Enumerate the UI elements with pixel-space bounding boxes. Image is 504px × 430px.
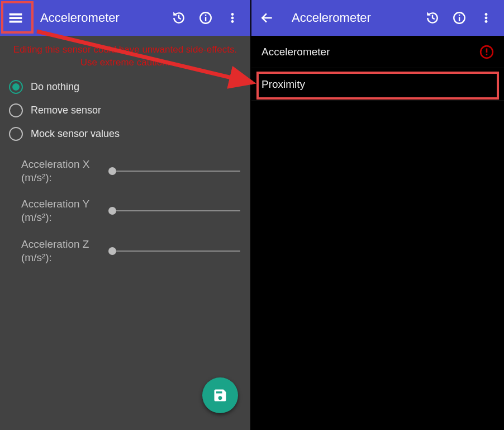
svg-rect-2 <box>9 21 22 22</box>
radio-group: Do nothing Remove sensor Mock sensor val… <box>0 74 250 147</box>
svg-rect-17 <box>486 54 488 55</box>
screen-sensor-list: Accelerometer Accelerometer <box>251 0 504 430</box>
svg-point-6 <box>231 13 234 16</box>
slider-label: Acceleration X (m/s²): <box>21 158 105 185</box>
radio-remove-sensor[interactable]: Remove sensor <box>4 100 246 122</box>
slider-thumb[interactable] <box>108 247 116 255</box>
svg-rect-0 <box>9 13 22 15</box>
list-item-proximity[interactable]: Proximity <box>251 68 504 101</box>
sensor-list: Accelerometer Proximity <box>251 36 504 101</box>
svg-rect-10 <box>459 17 460 21</box>
radio-indicator <box>9 103 23 117</box>
warning-line-1: Editing this sensor could have unwanted … <box>13 44 237 55</box>
info-icon <box>198 11 213 25</box>
alert-icon <box>479 45 494 59</box>
svg-rect-1 <box>9 17 22 19</box>
radio-indicator <box>9 80 23 94</box>
save-icon <box>212 388 228 403</box>
slider-accel-z[interactable]: Acceleration Z (m/s²): <box>21 238 244 264</box>
svg-point-7 <box>231 17 234 19</box>
radio-do-nothing[interactable]: Do nothing <box>4 76 246 98</box>
svg-rect-5 <box>205 15 206 16</box>
svg-point-13 <box>485 17 487 19</box>
slider-track[interactable] <box>112 251 240 252</box>
list-item-accelerometer[interactable]: Accelerometer <box>251 36 504 68</box>
slider-track[interactable] <box>112 171 240 172</box>
info-button[interactable] <box>446 4 473 31</box>
save-fab[interactable] <box>202 377 238 413</box>
svg-point-8 <box>231 20 234 22</box>
slider-label: Acceleration Z (m/s²): <box>21 238 105 264</box>
overflow-button[interactable] <box>473 4 500 31</box>
history-button[interactable] <box>165 4 192 31</box>
svg-point-14 <box>485 20 487 22</box>
slider-group: Acceleration X (m/s²): Acceleration Y (m… <box>0 147 250 278</box>
slider-accel-x[interactable]: Acceleration X (m/s²): <box>21 158 244 185</box>
slider-track[interactable] <box>112 210 240 211</box>
radio-label: Mock sensor values <box>31 128 120 140</box>
overflow-icon <box>226 11 239 25</box>
radio-label: Remove sensor <box>31 105 101 116</box>
svg-rect-4 <box>205 17 206 21</box>
warning-text: Editing this sensor could have unwanted … <box>0 36 250 74</box>
appbar-title-left: Accelerometer <box>40 11 165 25</box>
appbar-left: Accelerometer <box>0 0 250 36</box>
radio-mock-values[interactable]: Mock sensor values <box>4 123 246 145</box>
menu-button[interactable] <box>2 4 29 31</box>
appbar-right: Accelerometer <box>251 0 504 36</box>
slider-thumb[interactable] <box>108 167 116 175</box>
svg-rect-11 <box>459 15 460 16</box>
list-item-label: Accelerometer <box>261 46 330 58</box>
radio-label: Do nothing <box>31 81 79 93</box>
back-button[interactable] <box>254 4 280 31</box>
overflow-button[interactable] <box>219 4 246 31</box>
info-icon <box>452 11 467 25</box>
history-icon <box>172 11 186 25</box>
slider-thumb[interactable] <box>108 207 116 215</box>
appbar-title-right: Accelerometer <box>292 11 419 25</box>
history-button[interactable] <box>419 4 446 31</box>
radio-indicator <box>9 127 23 141</box>
slider-accel-y[interactable]: Acceleration Y (m/s²): <box>21 197 244 224</box>
list-item-label: Proximity <box>261 78 305 91</box>
info-button[interactable] <box>192 4 219 31</box>
slider-label: Acceleration Y (m/s²): <box>21 197 105 224</box>
back-icon <box>260 11 274 25</box>
warning-line-2: Use extreme caution. <box>80 57 170 68</box>
svg-rect-16 <box>486 48 488 53</box>
svg-point-12 <box>485 13 487 16</box>
history-icon <box>425 11 440 25</box>
menu-icon <box>8 11 23 25</box>
overflow-icon <box>480 11 492 25</box>
screen-sensor-detail: Accelerometer Editing this sensor could … <box>0 0 251 430</box>
